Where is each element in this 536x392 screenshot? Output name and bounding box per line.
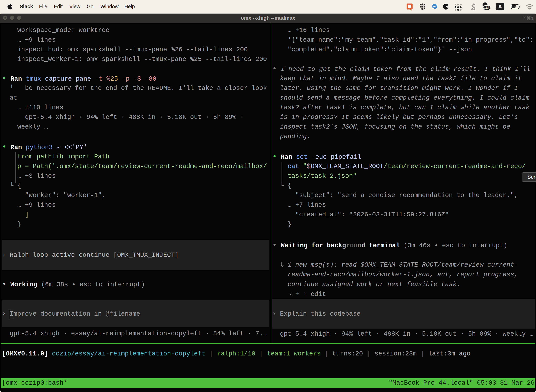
svg-text:..61: ..61 <box>484 6 490 10</box>
